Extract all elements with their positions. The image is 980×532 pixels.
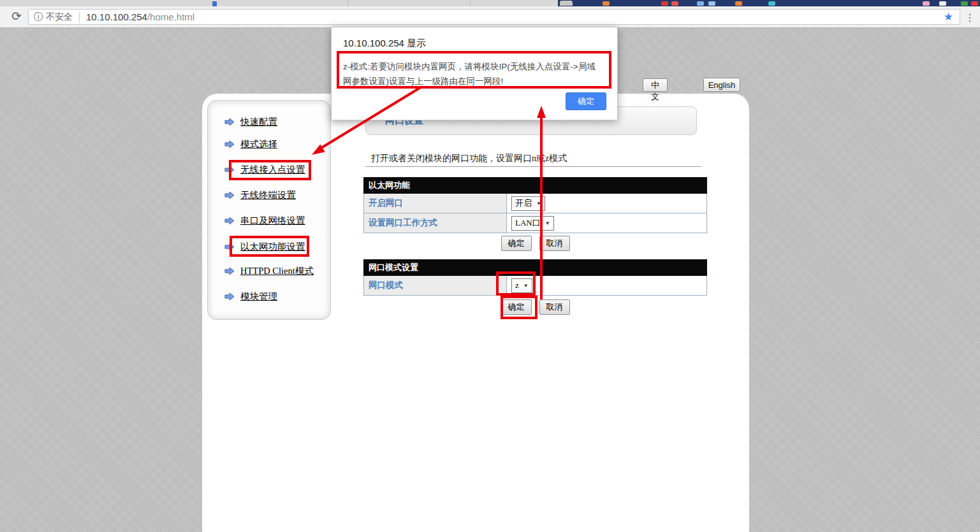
port-mode-cancel-button[interactable]: 取消 [539, 299, 570, 315]
arrow-right-icon [224, 217, 235, 225]
sidebar-item-mode-select[interactable]: 模式选择 [224, 138, 277, 150]
alert-dialog-title: 10.10.100.254 显示 [343, 38, 617, 50]
sidebar-menu: 快速配置 模式选择 无线接入点设置 无线终端设置 串口及网络设置 以太网功能设置… [207, 100, 331, 320]
sidebar-item-label: 无线终端设置 [240, 189, 296, 201]
ethernet-enable-select[interactable]: 开启 ▼ [511, 196, 545, 211]
url-path: /home.html [147, 11, 194, 22]
reload-button[interactable]: ⟳ [8, 8, 25, 25]
table-header: 以太网功能 [364, 178, 707, 194]
security-label: 不安全 [46, 11, 73, 23]
arrow-right-icon [224, 140, 235, 148]
ethernet-cancel-button[interactable]: 取消 [539, 236, 570, 251]
arrow-right-icon [224, 166, 235, 174]
language-chinese-button[interactable]: 中文 [643, 78, 668, 92]
alert-dialog-message: z-模式:若要访问模块内置网页，请将模块IP(无线接入点设置->局域网参数设置)… [343, 59, 599, 89]
arrow-right-icon [224, 191, 235, 199]
table-header: 网口模式设置 [364, 260, 707, 276]
chevron-down-icon: ▼ [545, 220, 550, 226]
arrow-right-icon [224, 267, 235, 275]
select-value: LAN口 [515, 217, 541, 229]
favicon-dot [603, 1, 610, 6]
port-mode-buttons: 确定 取消 [363, 299, 707, 315]
sidebar-item-label: 以太网功能设置 [240, 241, 305, 253]
arrow-right-icon [224, 292, 235, 301]
bookmark-star-icon[interactable]: ★ [942, 10, 954, 24]
ethernet-function-table: 以太网功能 开启网口 开启 ▼ 设置网口工作方式 LAN口 ▼ [363, 177, 707, 233]
arrow-right-icon [224, 118, 235, 126]
row-value: 开启 ▼ [507, 194, 707, 213]
favicon-dot [661, 1, 668, 6]
sidebar-item-label: 串口及网络设置 [240, 215, 305, 227]
sidebar-item-label: 模块管理 [240, 291, 277, 303]
table-row: 网口模式 z ▼ [364, 276, 707, 296]
alert-dialog: 10.10.100.254 显示 z-模式:若要访问模块内置网页，请将模块IP(… [331, 27, 618, 120]
favicon-dot [961, 1, 968, 6]
language-english-button[interactable]: English [703, 78, 740, 92]
row-label: 网口模式 [364, 276, 507, 296]
tab-favicon [212, 1, 217, 6]
table-row: 设置网口工作方式 LAN口 ▼ [364, 213, 707, 233]
page-description: 打开或者关闭模块的网口功能，设置网口n或z模式 [371, 153, 567, 164]
tab-separator [470, 0, 471, 6]
favicon-dot [708, 1, 715, 6]
sidebar-item-label: 模式选择 [240, 138, 277, 150]
row-value: z ▼ [507, 276, 707, 296]
sidebar-item-label: 无线接入点设置 [240, 164, 305, 176]
row-value: LAN口 ▼ [507, 213, 707, 233]
sidebar-item-wireless-sta[interactable]: 无线终端设置 [224, 189, 296, 201]
sidebar-item-label: HTTPD Client模式 [240, 265, 314, 277]
tab-separator [347, 0, 348, 6]
url-text: 10.10.100.254/home.html [86, 11, 194, 22]
sidebar-item-label: 快速配置 [240, 116, 277, 128]
sidebar-item-httpd-client[interactable]: HTTPD Client模式 [224, 265, 314, 277]
table-row: 开启网口 开启 ▼ [364, 194, 707, 213]
sidebar-item-ethernet-function[interactable]: 以太网功能设置 [224, 241, 305, 253]
url-divider [79, 12, 80, 22]
alert-ok-button[interactable]: 确定 [566, 92, 606, 110]
browser-toolbar: ⟳ ⓘ 不安全 10.10.100.254/home.html ★ ⋮ [0, 6, 980, 28]
row-label: 开启网口 [364, 194, 507, 213]
favicon-dot [671, 1, 678, 6]
arrow-right-icon [224, 243, 235, 251]
favicon-dot [923, 1, 930, 6]
sidebar-item-quick-config[interactable]: 快速配置 [224, 116, 277, 128]
favicon-dot [768, 1, 775, 6]
divider [365, 166, 701, 167]
chevron-down-icon: ▼ [523, 283, 529, 289]
browser-menu-icon[interactable]: ⋮ [963, 10, 976, 24]
port-work-mode-select[interactable]: LAN口 ▼ [511, 216, 554, 231]
sidebar-item-serial-network[interactable]: 串口及网络设置 [224, 215, 305, 227]
port-mode-ok-button[interactable]: 确定 [501, 299, 532, 315]
security-chip[interactable]: ⓘ 不安全 [34, 11, 73, 23]
ethernet-buttons: 确定 取消 [363, 236, 707, 251]
chevron-down-icon: ▼ [536, 201, 541, 206]
address-bar[interactable]: ⓘ 不安全 10.10.100.254/home.html ★ [28, 9, 960, 25]
browser-tab-strip [0, 0, 980, 6]
ethernet-ok-button[interactable]: 确定 [501, 236, 532, 251]
info-icon: ⓘ [34, 11, 43, 23]
row-label: 设置网口工作方式 [364, 213, 507, 233]
favicon-dot [697, 1, 704, 6]
sidebar-item-module-manage[interactable]: 模块管理 [224, 291, 277, 303]
sidebar-item-wireless-ap[interactable]: 无线接入点设置 [224, 164, 305, 176]
select-value: 开启 [515, 198, 532, 209]
select-value: z [515, 280, 519, 291]
mini-tab [560, 1, 573, 6]
port-mode-table: 网口模式设置 网口模式 z ▼ [363, 259, 707, 296]
favicon-dot [971, 1, 978, 6]
port-mode-select[interactable]: z ▼ [511, 278, 532, 293]
favicon-dot [939, 1, 946, 6]
bookmarks-strip [558, 0, 980, 6]
url-host: 10.10.100.254 [86, 11, 147, 22]
favicon-dot [735, 1, 742, 6]
